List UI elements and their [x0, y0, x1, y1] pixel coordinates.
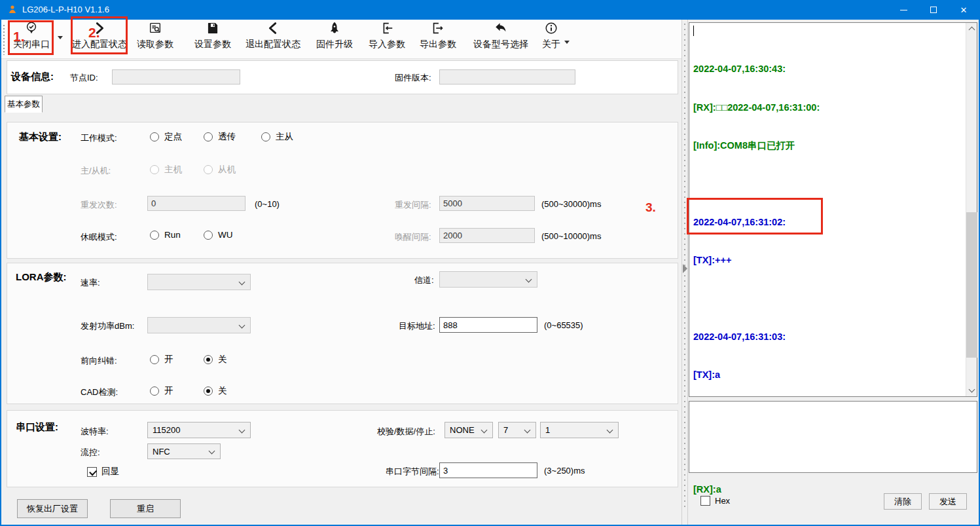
chevron-down-icon	[607, 427, 613, 434]
log-scrollbar[interactable]	[966, 23, 977, 396]
target-addr-field[interactable]	[439, 317, 537, 333]
radio-work-mode-fixed[interactable]: 定点	[150, 131, 182, 143]
radio-cad-on[interactable]: 开	[150, 385, 173, 397]
window-controls: ✕	[888, 0, 979, 20]
lora-params-group: LORA参数: 速率: 信道: 发射功率dBm: 目标地址: (0~65535)…	[7, 263, 678, 404]
tab-basic-params[interactable]: 基本参数	[5, 96, 43, 113]
wake-interval-label: 唤醒间隔:	[395, 231, 431, 243]
radio-slave: 从机	[204, 164, 236, 176]
splitter-collapse-arrow[interactable]	[683, 264, 687, 273]
stop-bits-select[interactable]: 1	[540, 422, 619, 438]
target-addr-label: 目标地址:	[399, 320, 435, 332]
toolbar-set-params-button[interactable]: 设置参数	[192, 21, 233, 58]
app-icon	[7, 5, 18, 15]
toolbar-device-model-button[interactable]: 设备型号选择	[469, 21, 533, 58]
factory-reset-button[interactable]: 恢复出厂设置	[17, 499, 88, 518]
radio-dot	[204, 132, 213, 141]
firmware-field[interactable]	[439, 69, 575, 85]
toolbar-about-button[interactable]: 关于	[539, 21, 563, 58]
resend-interval-hint: (500~30000)ms	[541, 199, 601, 209]
send-button[interactable]: 发送	[929, 493, 967, 510]
scroll-up-arrow-icon[interactable]	[966, 23, 977, 34]
toolbar-grip[interactable]	[3, 25, 5, 55]
radio-dot	[204, 231, 213, 240]
close-button[interactable]: ✕	[949, 0, 979, 20]
annotation-number-2: 2.	[88, 25, 100, 41]
master-slave-label: 主/从机:	[81, 165, 111, 177]
byte-interval-field[interactable]	[439, 462, 537, 478]
radio-cad-off[interactable]: 关	[204, 385, 227, 397]
save-icon	[192, 21, 233, 38]
radio-fec-on[interactable]: 开	[150, 354, 173, 366]
undo-arrow-icon	[469, 21, 533, 38]
hex-checkbox[interactable]: Hex	[700, 496, 730, 506]
baud-label: 波特率:	[81, 426, 109, 438]
send-input[interactable]	[689, 401, 977, 473]
panel-splitter[interactable]	[681, 20, 688, 525]
toolbar-export-params-button[interactable]: 导出参数	[418, 21, 458, 58]
radio-fec-off[interactable]: 关	[204, 354, 227, 366]
radio-master: 主机	[150, 164, 182, 176]
byte-interval-hint: (3~250)ms	[544, 466, 585, 476]
app-window: LG206-L-P-H10 V1.1.6 ✕ 关闭串口 进入配置状态	[0, 0, 980, 526]
radio-dot	[204, 386, 213, 396]
tx-power-select[interactable]	[147, 317, 251, 333]
toolbar-overflow-caret[interactable]	[564, 41, 570, 44]
annotation-number-1: 1.	[13, 29, 25, 45]
radio-sleep-run[interactable]: Run	[150, 230, 181, 240]
channel-select[interactable]	[439, 271, 537, 288]
toolbar-import-params-button[interactable]: 导入参数	[367, 21, 407, 58]
serial-settings-group: 串口设置: 波特率: 115200 校验/数据/停止: NONE 7 1 流控:…	[7, 410, 678, 487]
annotation-box-3	[687, 198, 823, 235]
rocket-icon	[314, 21, 355, 38]
resend-count-hint: (0~10)	[255, 199, 280, 209]
close-serial-dropdown-caret[interactable]	[58, 36, 63, 39]
checkbox-box	[700, 496, 710, 506]
chevron-down-icon	[239, 322, 245, 329]
resend-interval-field[interactable]	[439, 196, 535, 211]
radio-work-mode-transparent[interactable]: 透传	[204, 131, 236, 143]
annotation-number-3: 3.	[645, 200, 656, 215]
close-icon: ✕	[960, 5, 968, 15]
flow-control-select[interactable]: NFC	[147, 443, 221, 459]
firmware-label: 固件版本:	[395, 72, 431, 84]
titlebar: LG206-L-P-H10 V1.1.6 ✕	[1, 0, 979, 20]
hex-label: Hex	[715, 496, 730, 506]
parity-select[interactable]: NONE	[445, 422, 493, 438]
clear-button[interactable]: 清除	[884, 493, 922, 510]
work-mode-label: 工作模式:	[81, 132, 117, 144]
lora-params-title: LORA参数:	[16, 271, 67, 284]
cad-label: CAD检测:	[81, 386, 118, 398]
flow-control-label: 流控:	[81, 447, 100, 459]
resend-count-field[interactable]	[147, 196, 245, 211]
maximize-button[interactable]	[918, 0, 949, 20]
device-info-title: 设备信息:	[11, 71, 54, 83]
radio-dot	[150, 355, 159, 364]
wake-interval-field[interactable]	[439, 228, 535, 243]
data-bits-select[interactable]: 7	[498, 422, 536, 438]
tx-power-label: 发射功率dBm:	[81, 320, 134, 332]
radio-dot	[261, 132, 270, 141]
wake-interval-hint: (500~10000)ms	[541, 231, 601, 241]
fec-label: 前向纠错:	[81, 355, 117, 367]
radio-work-mode-master-slave[interactable]: 主从	[261, 131, 293, 143]
chevron-down-icon	[239, 279, 245, 286]
target-addr-hint: (0~65535)	[544, 320, 583, 330]
baud-select[interactable]: 115200	[147, 422, 251, 438]
restart-button[interactable]: 重启	[110, 499, 181, 518]
radio-dot	[150, 231, 159, 240]
window-title: LG206-L-P-H10 V1.1.6	[22, 5, 109, 14]
toolbar-read-params-button[interactable]: 读取参数	[135, 21, 175, 58]
radio-dot	[204, 165, 213, 174]
echo-checkbox[interactable]: 回显	[87, 466, 119, 478]
radio-sleep-wu[interactable]: WU	[204, 230, 233, 240]
toolbar-firmware-upgrade-button[interactable]: 固件升级	[314, 21, 355, 58]
minimize-button[interactable]	[888, 0, 918, 20]
scrollbar-thumb[interactable]	[966, 212, 977, 358]
node-id-field[interactable]	[112, 69, 240, 85]
radio-dot	[204, 355, 213, 364]
info-icon	[539, 21, 563, 38]
rate-select[interactable]	[147, 274, 251, 290]
scroll-down-arrow-icon[interactable]	[966, 385, 977, 396]
toolbar-exit-config-button[interactable]: 退出配置状态	[240, 21, 306, 58]
